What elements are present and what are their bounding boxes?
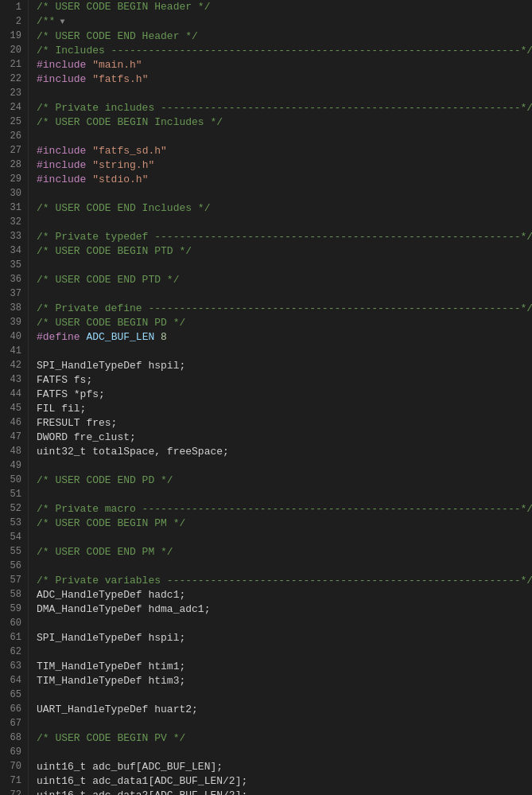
line-number: 39 <box>3 315 21 329</box>
code-line: /* USER CODE END Includes */ <box>37 201 532 216</box>
line-number: 65 <box>3 688 21 702</box>
line-number: 46 <box>3 415 21 430</box>
code-line <box>37 130 532 144</box>
code-line: /* USER CODE BEGIN PTD */ <box>37 244 532 259</box>
line-number: 68 <box>3 731 21 745</box>
line-number: 40 <box>3 329 21 344</box>
line-number: 21 <box>3 57 21 72</box>
line-number: 62 <box>3 645 21 659</box>
code-line: /** ▼ <box>37 14 532 29</box>
line-number: 44 <box>3 387 21 401</box>
code-line: /* Private macro -----------------------… <box>37 502 532 516</box>
line-number: 69 <box>3 745 21 759</box>
line-number: 63 <box>3 659 21 673</box>
line-number: 35 <box>3 258 21 272</box>
line-number: 55 <box>3 544 21 559</box>
line-number: 42 <box>3 358 21 372</box>
code-line: /* Private define ----------------------… <box>37 302 532 316</box>
code-line: /* USER CODE BEGIN PD */ <box>37 316 532 330</box>
line-number: 32 <box>3 215 21 229</box>
line-number: 38 <box>3 301 21 315</box>
line-number: 48 <box>3 444 21 458</box>
code-line <box>37 459 532 473</box>
code-line <box>37 259 532 273</box>
line-number: 60 <box>3 616 21 630</box>
code-line: /* USER CODE BEGIN Includes */ <box>37 115 532 130</box>
code-line: #include "fatfs.h" <box>37 72 532 87</box>
code-content-area[interactable]: /* USER CODE BEGIN Header *//** ▼/* USER… <box>29 0 532 795</box>
code-line: DWORD fre_clust; <box>37 431 532 445</box>
code-line <box>37 617 532 631</box>
line-number: 37 <box>3 286 21 301</box>
code-line: #include "fatfs_sd.h" <box>37 144 532 158</box>
line-number: 29 <box>3 172 21 186</box>
code-line: TIM_HandleTypeDef htim3; <box>37 674 532 688</box>
code-line: uint32_t totalSpace, freeSpace; <box>37 445 532 459</box>
code-line: SPI_HandleTypeDef hspil; <box>37 359 532 373</box>
code-line <box>37 746 532 760</box>
code-line: /* Includes ----------------------------… <box>37 44 532 58</box>
code-line: DMA_HandleTypeDef hdma_adc1; <box>37 602 532 617</box>
code-line <box>37 345 532 359</box>
code-line: uint16_t adc_data1[ADC_BUF_LEN/2]; <box>37 774 532 789</box>
code-line <box>37 559 532 574</box>
code-line: FIL fil; <box>37 402 532 416</box>
code-line <box>37 187 532 201</box>
code-line: FRESULT fres; <box>37 416 532 431</box>
code-editor: 1219202122232425262728293031323334353637… <box>0 0 532 795</box>
line-number: 67 <box>3 716 21 731</box>
line-number: 31 <box>3 201 21 215</box>
line-number: 20 <box>3 43 21 57</box>
line-number: 24 <box>3 100 21 115</box>
code-line: /* Private includes --------------------… <box>37 101 532 115</box>
line-number: 49 <box>3 458 21 473</box>
code-line <box>37 287 532 302</box>
line-number: 53 <box>3 516 21 530</box>
code-line: SPI_HandleTypeDef hspil; <box>37 631 532 645</box>
code-line: /* USER CODE END PD */ <box>37 473 532 488</box>
line-number: 64 <box>3 673 21 688</box>
code-line: #include "string.h" <box>37 158 532 173</box>
line-number: 61 <box>3 630 21 645</box>
line-number-gutter: 1219202122232425262728293031323334353637… <box>0 0 29 795</box>
line-number: 52 <box>3 501 21 516</box>
code-line: uint16_t adc_buf[ADC_BUF_LEN]; <box>37 760 532 774</box>
code-line <box>37 688 532 703</box>
code-line: #define ADC_BUF_LEN 8 // <box>37 330 532 345</box>
code-line: /* Private variables -------------------… <box>37 574 532 588</box>
line-number: 58 <box>3 587 21 602</box>
line-number: 47 <box>3 430 21 444</box>
code-line: /* USER CODE BEGIN PV */ <box>37 731 532 746</box>
line-number: 71 <box>3 774 21 788</box>
line-number: 51 <box>3 487 21 501</box>
line-number: 72 <box>3 788 21 795</box>
line-number: 33 <box>3 229 21 244</box>
line-number: 70 <box>3 759 21 774</box>
code-line: UART_HandleTypeDef huart2; <box>37 703 532 717</box>
line-number: 26 <box>3 129 21 143</box>
code-line: FATFS *pfs; <box>37 388 532 402</box>
line-number: 1 <box>3 0 21 14</box>
line-number: 27 <box>3 143 21 158</box>
line-number: 59 <box>3 602 21 616</box>
line-number: 23 <box>3 86 21 100</box>
line-number: 19 <box>3 29 21 43</box>
code-line: FATFS fs; <box>37 373 532 388</box>
line-number: 54 <box>3 530 21 544</box>
code-line <box>37 531 532 545</box>
line-number: 36 <box>3 272 21 286</box>
code-line: ADC_HandleTypeDef hadc1; <box>37 588 532 602</box>
line-number: 25 <box>3 115 21 129</box>
line-number: 66 <box>3 702 21 716</box>
code-line: /* Private typedef ---------------------… <box>37 230 532 244</box>
line-number: 30 <box>3 186 21 201</box>
code-line <box>37 216 532 230</box>
line-number: 28 <box>3 158 21 172</box>
code-line <box>37 488 532 502</box>
code-line: #include "stdio.h" <box>37 173 532 187</box>
line-number: 50 <box>3 473 21 487</box>
line-number: 45 <box>3 401 21 415</box>
code-line <box>37 645 532 660</box>
code-line <box>37 717 532 731</box>
line-number: 56 <box>3 559 21 573</box>
